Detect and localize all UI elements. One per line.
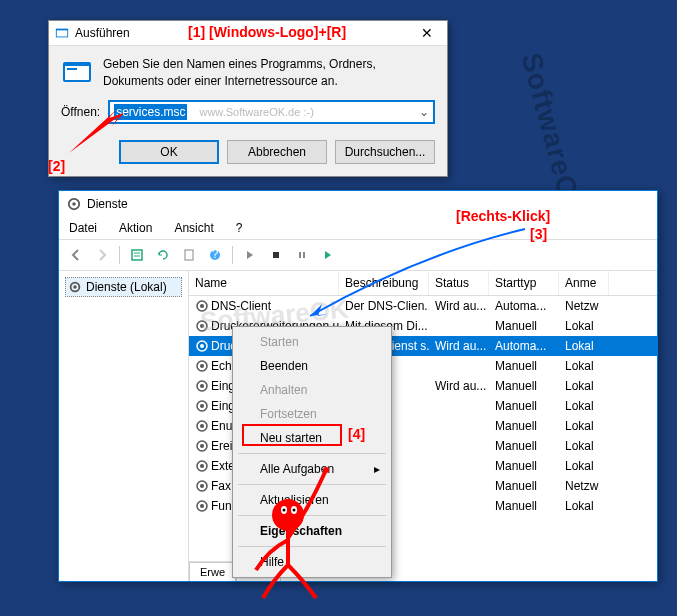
svg-point-39 [200,504,204,508]
services-title-text: Dienste [87,197,128,211]
menu-file[interactable]: Datei [65,219,101,237]
svg-point-6 [72,202,76,206]
services-tree: Dienste (Lokal) [59,271,189,581]
gear-icon [195,319,209,333]
refresh-button[interactable] [152,244,174,266]
dropdown-icon[interactable]: ⌄ [419,105,429,119]
browse-button[interactable]: Durchsuchen... [335,140,435,164]
gear-icon [195,379,209,393]
arrow-3 [300,224,530,324]
svg-point-27 [200,384,204,388]
menu-action[interactable]: Aktion [115,219,156,237]
menu-view[interactable]: Ansicht [170,219,217,237]
gear-icon [195,399,209,413]
menu-item-anhalten: Anhalten [236,378,388,402]
svg-rect-7 [132,250,142,260]
gear-icon [195,359,209,373]
annotation-4-box [242,424,342,446]
menu-separator [238,453,386,454]
tree-item-local[interactable]: Dienste (Lokal) [65,277,182,297]
ok-button[interactable]: OK [119,140,219,164]
gear-icon [67,197,81,211]
export-button[interactable] [178,244,200,266]
annotation-1: [1] [Windows-Logo]+[R] [188,24,346,40]
close-icon[interactable]: ✕ [413,25,441,41]
properties-button[interactable] [126,244,148,266]
svg-point-21 [200,324,204,328]
svg-point-25 [200,364,204,368]
svg-rect-10 [185,250,193,260]
annotation-2: [2] [48,158,65,174]
svg-rect-1 [57,30,68,36]
svg-point-23 [200,344,204,348]
cancel-button[interactable]: Abbrechen [227,140,327,164]
svg-point-33 [200,444,204,448]
svg-point-40 [272,499,304,531]
annotation-4: [4] [348,426,365,442]
menu-help[interactable]: ? [232,219,247,237]
run-big-icon [61,56,93,88]
svg-point-19 [200,304,204,308]
gear-icon [195,459,209,473]
stop-button[interactable] [265,244,287,266]
svg-rect-4 [67,68,77,70]
services-titlebar[interactable]: Dienste [59,191,657,217]
gear-icon [195,479,209,493]
annotation-3-num: [3] [530,226,547,242]
tree-item-label: Dienste (Lokal) [86,280,167,294]
gear-icon [195,419,209,433]
gear-icon [195,339,209,353]
svg-point-44 [293,509,296,512]
run-description: Geben Sie den Namen eines Programms, Ord… [103,56,435,90]
gear-icon [195,299,209,313]
col-anm[interactable]: Anme [559,271,609,295]
run-icon [55,26,69,40]
svg-point-31 [200,424,204,428]
gear-icon [195,499,209,513]
play-button[interactable] [239,244,261,266]
open-input[interactable]: services.msc www.SoftwareOK.de :-) ⌄ [108,100,435,124]
back-button[interactable] [65,244,87,266]
open-input-hint: www.SoftwareOK.de :-) [199,106,313,118]
svg-point-46 [323,467,329,473]
svg-point-29 [200,404,204,408]
arrow-2 [64,108,134,158]
annotation-3-label: [Rechts-Klick] [456,208,550,224]
menu-item-beenden[interactable]: Beenden [236,354,388,378]
tab-extended[interactable]: Erwe [189,562,236,581]
svg-text:?: ? [212,248,219,261]
menu-item-fortsetzen: Fortsetzen [236,402,388,426]
stickman-figure [248,460,358,600]
forward-button[interactable] [91,244,113,266]
gear-icon [195,439,209,453]
svg-point-17 [73,285,77,289]
svg-point-37 [200,484,204,488]
menu-item-starten: Starten [236,330,388,354]
svg-point-35 [200,464,204,468]
help-button[interactable]: ? [204,244,226,266]
gear-icon [68,280,82,294]
svg-rect-13 [273,252,279,258]
svg-point-43 [283,509,286,512]
